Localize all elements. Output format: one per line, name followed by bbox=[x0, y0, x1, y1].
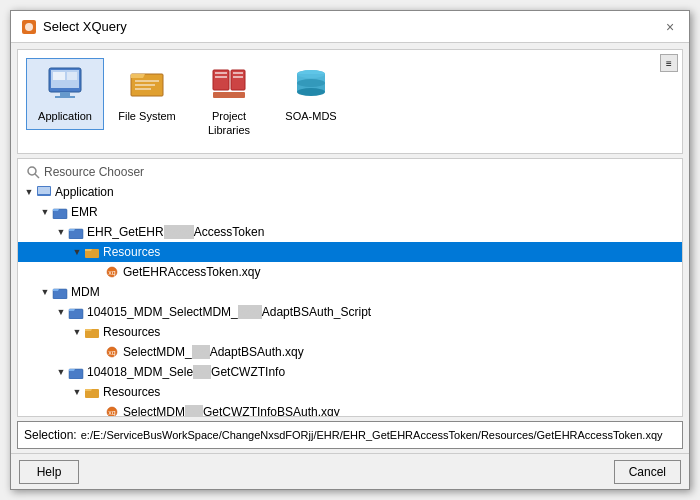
dialog-title: Select XQuery bbox=[43, 19, 127, 34]
resource-chooser-label: Resource Chooser bbox=[44, 165, 144, 179]
toggle-app-root[interactable]: ▼ bbox=[22, 185, 36, 199]
svg-rect-16 bbox=[215, 76, 227, 78]
svg-rect-11 bbox=[135, 88, 151, 90]
tree-row-selectmdmxqy[interactable]: xq SelectMDM_xxxAdaptBSAuth.xqy bbox=[18, 342, 682, 362]
tree-row-selectmdmcwzt[interactable]: xq SelectMDMxxxGetCWZTInfoBSAuth.xqy bbox=[18, 402, 682, 417]
selection-value: e:/E:/ServiceBusWorkSpace/ChangeNxsdFORj… bbox=[81, 429, 676, 441]
toolbar-item-filesystem[interactable]: File System bbox=[108, 58, 186, 130]
tree-row-104015[interactable]: ▼ 104015_MDM_SelectMDM_xxxxAdaptBSAuth_S… bbox=[18, 302, 682, 322]
tree-row-resources2[interactable]: ▼ Resources bbox=[18, 322, 682, 342]
emr-icon bbox=[52, 204, 68, 220]
close-button[interactable]: × bbox=[661, 18, 679, 36]
tree-label-resources2: Resources bbox=[103, 325, 160, 339]
svg-rect-4 bbox=[60, 92, 70, 96]
104015-icon bbox=[68, 304, 84, 320]
toggle-selectmdmxqy bbox=[90, 345, 104, 359]
svg-rect-6 bbox=[53, 72, 65, 80]
tree-label-emr: EMR bbox=[71, 205, 98, 219]
toolbar-soamds-label: SOA-MDS bbox=[285, 109, 336, 123]
svg-rect-15 bbox=[215, 72, 227, 74]
toggle-resources1[interactable]: ▼ bbox=[70, 245, 84, 259]
svg-point-24 bbox=[297, 79, 325, 87]
svg-rect-18 bbox=[233, 76, 243, 78]
resources3-icon bbox=[84, 384, 100, 400]
title-bar-left: Select XQuery bbox=[21, 19, 127, 35]
toolbar-filesystem-label: File System bbox=[118, 109, 175, 123]
tree-label-104015: 104015_MDM_SelectMDM_xxxxAdaptBSAuth_Scr… bbox=[87, 305, 371, 319]
bottom-bar: Help Cancel bbox=[11, 453, 689, 489]
selectmdmcwzt-icon: xq bbox=[104, 404, 120, 417]
tree-row-resources3[interactable]: ▼ Resources bbox=[18, 382, 682, 402]
tree-node-app-root: ▼ Application ▼ EMR bbox=[18, 181, 682, 417]
svg-text:xq: xq bbox=[108, 349, 116, 357]
toolbar-item-projectlibraries[interactable]: Project Libraries bbox=[190, 58, 268, 145]
toolbar-item-application[interactable]: Application bbox=[26, 58, 104, 130]
toggle-ehr[interactable]: ▼ bbox=[54, 225, 68, 239]
tree-row-app-root[interactable]: ▼ Application bbox=[18, 182, 682, 202]
search-icon bbox=[26, 165, 40, 179]
tree-row-resources1[interactable]: ▼ Resources bbox=[18, 242, 682, 262]
tree-row-getehrxqy[interactable]: xq GetEHRAccessToken.xqy bbox=[18, 262, 682, 282]
application-icon bbox=[45, 65, 85, 105]
toggle-resources3[interactable]: ▼ bbox=[70, 385, 84, 399]
toolbar-projectlibraries-label: Project Libraries bbox=[195, 109, 263, 138]
toolbar-item-soamds[interactable]: SOA-MDS bbox=[272, 58, 350, 130]
soamds-icon bbox=[291, 65, 331, 105]
svg-rect-28 bbox=[38, 187, 50, 194]
tree-section: Resource Chooser ▼ Application ▼ bbox=[17, 158, 683, 417]
app-root-icon bbox=[36, 184, 52, 200]
svg-rect-7 bbox=[67, 72, 77, 80]
svg-rect-5 bbox=[55, 96, 75, 98]
svg-point-21 bbox=[297, 88, 325, 96]
svg-point-25 bbox=[28, 167, 36, 175]
svg-text:xq: xq bbox=[108, 269, 116, 277]
toolbar-side-button[interactable]: ≡ bbox=[660, 54, 678, 72]
tree-row-104018[interactable]: ▼ 104018_MDM_SelexxxGetCWZTInfo bbox=[18, 362, 682, 382]
toggle-emr[interactable]: ▼ bbox=[38, 205, 52, 219]
selectmdmxqy-icon: xq bbox=[104, 344, 120, 360]
tree-label-104018: 104018_MDM_SelexxxGetCWZTInfo bbox=[87, 365, 285, 379]
resources2-icon bbox=[84, 324, 100, 340]
resources1-icon bbox=[84, 244, 100, 260]
projectlibraries-icon bbox=[209, 65, 249, 105]
cancel-button[interactable]: Cancel bbox=[614, 460, 681, 484]
toggle-104018[interactable]: ▼ bbox=[54, 365, 68, 379]
tree-row-ehr[interactable]: ▼ EHR_GetEHRxxxxxAccessToken bbox=[18, 222, 682, 242]
svg-line-26 bbox=[35, 174, 39, 178]
ehr-icon bbox=[68, 224, 84, 240]
toggle-resources2[interactable]: ▼ bbox=[70, 325, 84, 339]
tree-row-mdm[interactable]: ▼ MDM bbox=[18, 282, 682, 302]
svg-text:xq: xq bbox=[108, 409, 116, 417]
tree-row-emr[interactable]: ▼ EMR bbox=[18, 202, 682, 222]
tree-label-selectmdmxqy: SelectMDM_xxxAdaptBSAuth.xqy bbox=[123, 345, 304, 359]
title-bar: Select XQuery × bbox=[11, 11, 689, 43]
svg-point-1 bbox=[25, 23, 33, 31]
svg-rect-10 bbox=[135, 84, 155, 86]
filesystem-icon bbox=[127, 65, 167, 105]
svg-rect-17 bbox=[233, 72, 243, 74]
resource-chooser-header: Resource Chooser bbox=[18, 163, 682, 181]
help-button[interactable]: Help bbox=[19, 460, 79, 484]
mdm-icon bbox=[52, 284, 68, 300]
svg-rect-14 bbox=[213, 92, 245, 98]
selection-bar: Selection: e:/E:/ServiceBusWorkSpace/Cha… bbox=[17, 421, 683, 449]
toggle-selectmdmcwzt bbox=[90, 405, 104, 417]
svg-rect-9 bbox=[135, 80, 159, 82]
dialog-icon bbox=[21, 19, 37, 35]
selection-label: Selection: bbox=[24, 428, 77, 442]
select-xquery-dialog: Select XQuery × Application bbox=[10, 10, 690, 490]
tree-label-getehrxqy: GetEHRAccessToken.xqy bbox=[123, 265, 260, 279]
toggle-104015[interactable]: ▼ bbox=[54, 305, 68, 319]
tree-label-app-root: Application bbox=[55, 185, 114, 199]
tree-label-mdm: MDM bbox=[71, 285, 100, 299]
toggle-mdm[interactable]: ▼ bbox=[38, 285, 52, 299]
toolbar-application-label: Application bbox=[38, 109, 92, 123]
tree-label-ehr: EHR_GetEHRxxxxxAccessToken bbox=[87, 225, 264, 239]
toggle-getehrxqy bbox=[90, 265, 104, 279]
104018-icon bbox=[68, 364, 84, 380]
getehrxqy-icon: xq bbox=[104, 264, 120, 280]
tree-label-resources3: Resources bbox=[103, 385, 160, 399]
toolbar: Application File System bbox=[17, 49, 683, 154]
tree-label-selectmdmcwzt: SelectMDMxxxGetCWZTInfoBSAuth.xqy bbox=[123, 405, 340, 417]
tree-label-resources1: Resources bbox=[103, 245, 160, 259]
